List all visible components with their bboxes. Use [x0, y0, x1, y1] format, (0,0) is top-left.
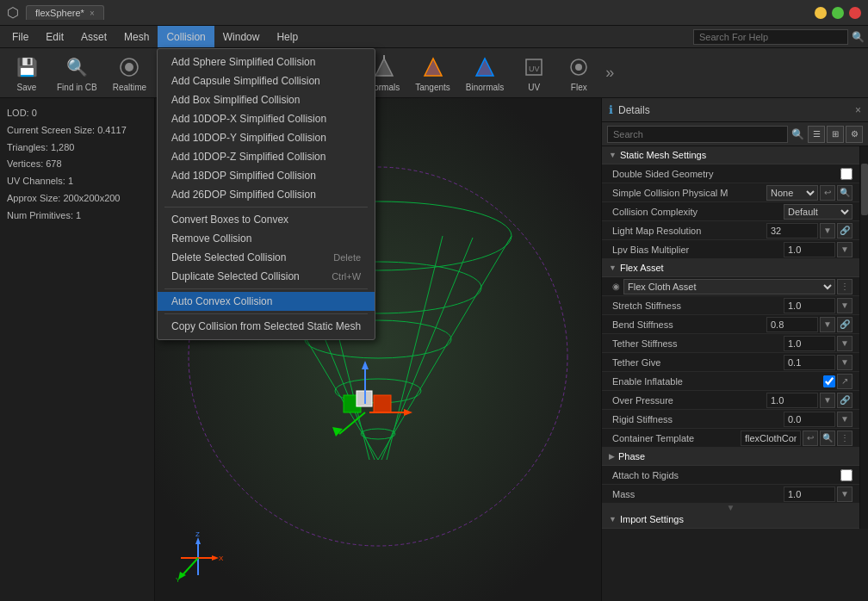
enable-inflatable-extra[interactable]: ↗	[837, 374, 852, 389]
panel-list-view[interactable]: ☰	[808, 126, 825, 143]
menu-bar: File Edit Asset Mesh Collision Window He…	[0, 26, 868, 48]
menu-asset[interactable]: Asset	[72, 26, 115, 47]
enable-inflatable-checkbox[interactable]	[823, 375, 835, 387]
dropdown-add-18dop[interactable]: Add 18DOP Simplified Collision	[158, 166, 375, 185]
attach-to-rigids-checkbox[interactable]	[840, 469, 852, 481]
approx-size-info: Approx Size: 200x200x200	[7, 190, 147, 208]
dropdown-auto-convex[interactable]: Auto Convex Collision	[158, 292, 375, 311]
stretch-stiffness-arr[interactable]: ▼	[837, 298, 852, 313]
tangents-button[interactable]: Tangents	[408, 51, 457, 96]
menu-collision[interactable]: Collision	[158, 26, 214, 47]
simple-collision-select[interactable]: None	[766, 185, 818, 201]
dropdown-add-10dopy[interactable]: Add 10DOP-Y Simplified Collision	[158, 128, 375, 147]
uv-label: UV	[528, 83, 540, 92]
properties-scrollbar[interactable]	[859, 146, 868, 529]
minimize-button[interactable]	[815, 7, 827, 19]
lpv-bias-input[interactable]	[784, 242, 835, 257]
triangles-info: Triangles: 1,280	[7, 139, 147, 157]
container-template-input[interactable]	[741, 431, 801, 446]
over-pressure-arr[interactable]: ▼	[820, 393, 835, 408]
bend-stiffness-label: Bend Stiffness	[612, 319, 766, 330]
prop-mass: Mass ▼	[602, 485, 859, 504]
tether-give-input[interactable]	[784, 355, 835, 370]
enable-inflatable-label: Enable Inflatable	[612, 376, 823, 387]
tab-close[interactable]: ×	[90, 9, 95, 18]
phase-section[interactable]: ▶ Phase	[602, 448, 859, 466]
bend-stiffness-input[interactable]	[766, 317, 818, 332]
menu-file[interactable]: File	[3, 26, 37, 47]
panel-view-icons: ☰ ⊞ ⚙	[808, 126, 863, 143]
maximize-button[interactable]	[832, 7, 844, 19]
container-template-reset[interactable]: ↩	[803, 431, 818, 446]
uv-button[interactable]: UV UV	[512, 51, 555, 96]
menu-mesh[interactable]: Mesh	[115, 26, 158, 47]
light-map-res-input[interactable]	[766, 223, 818, 239]
tether-give-arr[interactable]: ▼	[837, 355, 852, 370]
rigid-stiffness-label: Rigid Stiffness	[612, 414, 784, 424]
mass-label: Mass	[612, 489, 784, 499]
double-sided-checkbox[interactable]	[840, 168, 852, 180]
flex-asset-section[interactable]: ▼ Flex Asset	[602, 259, 859, 277]
dropdown-copy-collision[interactable]: Copy Collision from Selected Static Mesh	[158, 317, 375, 336]
menu-edit[interactable]: Edit	[37, 26, 72, 47]
find-in-cb-button[interactable]: 🔍 Find in CB	[50, 51, 104, 96]
editor-tab[interactable]: flexSphere* ×	[26, 5, 104, 20]
properties-search-input[interactable]	[607, 126, 788, 143]
binormals-button[interactable]: Binormals	[459, 51, 511, 96]
dropdown-add-26dop[interactable]: Add 26DOP Simplified Collision	[158, 185, 375, 204]
bend-stiffness-arr[interactable]: ▼	[820, 317, 835, 332]
dropdown-delete-selected[interactable]: Delete Selected Collision Delete	[158, 248, 375, 267]
container-template-search[interactable]: 🔍	[820, 431, 835, 446]
bend-stiffness-link[interactable]: 🔗	[837, 317, 852, 332]
panel-close-button[interactable]: ×	[855, 104, 861, 116]
mass-arr[interactable]: ▼	[837, 486, 852, 502]
dropdown-add-10dopz[interactable]: Add 10DOP-Z Simplified Collision	[158, 147, 375, 166]
toolbar-more[interactable]: »	[602, 64, 617, 82]
section-arrow-flex: ▼	[609, 263, 617, 272]
separator-3	[164, 313, 368, 314]
main-content: LOD: 0 Current Screen Size: 0.4117 Trian…	[0, 98, 868, 601]
container-template-extra[interactable]: ⋮	[837, 431, 852, 446]
over-pressure-link[interactable]: 🔗	[837, 393, 852, 408]
close-button[interactable]	[849, 7, 861, 19]
lpv-bias-arr-btn[interactable]: ▼	[837, 242, 852, 257]
scrollbar-thumb[interactable]	[861, 164, 868, 215]
scroll-indicator: ▼	[602, 504, 859, 511]
import-settings-section[interactable]: ▼ Import Settings	[602, 511, 859, 529]
dropdown-duplicate-selected[interactable]: Duplicate Selected Collision Ctrl+W	[158, 267, 375, 286]
dropdown-add-sphere[interactable]: Add Sphere Simplified Collision	[158, 53, 375, 71]
dropdown-add-capsule[interactable]: Add Capsule Simplified Collision	[158, 71, 375, 90]
simple-collision-search[interactable]: 🔍	[837, 185, 852, 201]
tether-give-label: Tether Give	[612, 357, 784, 368]
dropdown-remove-collision[interactable]: Remove Collision	[158, 229, 375, 248]
flex-asset-extra-btn[interactable]: ⋮	[837, 279, 852, 294]
realtime-button[interactable]: Realtime	[106, 51, 153, 96]
flex-button[interactable]: Flex	[557, 51, 600, 96]
help-search-input[interactable]	[693, 29, 848, 45]
static-mesh-section[interactable]: ▼ Static Mesh Settings	[602, 146, 859, 164]
title-bar: ⬡ flexSphere* ×	[0, 0, 868, 26]
rigid-stiffness-arr[interactable]: ▼	[837, 412, 852, 427]
flex-asset-select[interactable]: Flex Cloth Asset	[623, 279, 835, 294]
stretch-stiffness-input[interactable]	[784, 298, 835, 313]
mass-input[interactable]	[784, 486, 835, 502]
dropdown-add-box[interactable]: Add Box Simplified Collision	[158, 90, 375, 109]
simple-collision-reset[interactable]: ↩	[820, 185, 835, 201]
collision-complexity-select[interactable]: Default	[784, 204, 852, 220]
over-pressure-input[interactable]	[766, 393, 818, 408]
light-map-link-btn[interactable]: 🔗	[837, 223, 852, 239]
panel-settings[interactable]: ⚙	[846, 126, 863, 143]
tether-stiffness-arr[interactable]: ▼	[837, 336, 852, 351]
dropdown-convert-boxes[interactable]: Convert Boxes to Convex	[158, 210, 375, 229]
tether-stiffness-input[interactable]	[784, 336, 835, 351]
prop-light-map-res: Light Map Resolution ▼ 🔗	[602, 221, 859, 240]
dropdown-add-10dopx[interactable]: Add 10DOP-X Simplified Collision	[158, 109, 375, 128]
menu-window[interactable]: Window	[214, 26, 269, 47]
svg-marker-47	[212, 555, 219, 561]
rigid-stiffness-input[interactable]	[784, 412, 835, 427]
toolbar: 💾 Save 🔍 Find in CB Realtime Grid	[0, 48, 868, 98]
menu-help[interactable]: Help	[268, 26, 307, 47]
save-button[interactable]: 💾 Save	[5, 51, 48, 96]
panel-grid-view[interactable]: ⊞	[827, 126, 844, 143]
light-map-arr-btn[interactable]: ▼	[820, 223, 835, 239]
